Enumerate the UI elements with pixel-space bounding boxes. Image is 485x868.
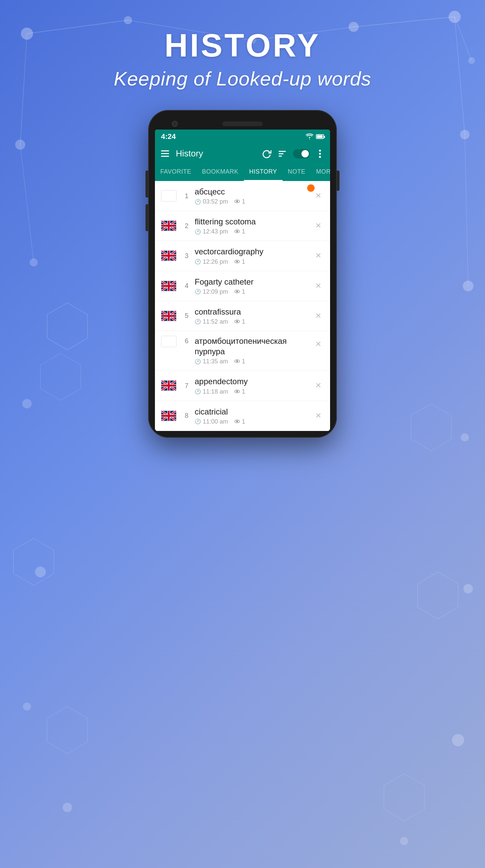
item-meta: 🕐 11:35 am 1 (195, 358, 313, 365)
item-time: 🕐 12:43 pm (195, 228, 228, 235)
eye-icon (234, 388, 240, 395)
svg-marker-31 (418, 572, 458, 619)
front-camera (172, 121, 178, 127)
item-content: appendectomy 🕐 11:18 am (195, 376, 313, 395)
tab-history[interactable]: HISTORY (244, 163, 283, 181)
item-time: 🕐 11:35 am (195, 358, 228, 365)
clock-icon: 🕐 (195, 319, 201, 325)
delete-button[interactable]: ✕ (313, 309, 324, 323)
clock-icon: 🕐 (195, 259, 201, 265)
list-item[interactable]: 1 абсцесс 🕐 03:52 pm (155, 181, 330, 211)
item-number: 4 (182, 282, 191, 290)
flag-russian (161, 336, 176, 347)
sort-button[interactable] (278, 149, 287, 158)
clock-icon: 🕐 (195, 199, 201, 205)
page-subtitle: Keeping of Looked-up words (114, 67, 371, 90)
item-word: appendectomy (195, 376, 313, 386)
item-meta: 🕐 12:09 pm 1 (195, 288, 313, 296)
status-bar: 4:24 (155, 129, 330, 144)
item-views: 1 (234, 418, 245, 425)
item-word: flittering scotoma (195, 216, 313, 227)
list-item[interactable]: 2 flittering scotoma 🕐 12:43 pm (155, 211, 330, 241)
tab-favorite[interactable]: FAVORITE (155, 163, 197, 181)
delete-button[interactable]: ✕ (313, 219, 324, 233)
tab-note[interactable]: NOTE (283, 163, 311, 181)
eye-icon (234, 358, 240, 365)
list-item[interactable]: 7 appendectomy 🕐 11:18 am (155, 371, 330, 401)
tab-bookmark[interactable]: BOOKMARK (197, 163, 244, 181)
item-number: 8 (182, 412, 191, 420)
svg-point-6 (15, 140, 25, 150)
svg-point-8 (30, 258, 38, 267)
item-meta: 🕐 11:52 am 1 (195, 318, 313, 326)
battery-icon (316, 134, 324, 139)
page-title: HISTORY (114, 27, 371, 64)
item-content: Fogarty catheter 🕐 12:09 pm (195, 277, 313, 296)
delete-button[interactable]: ✕ (313, 378, 324, 393)
delete-button[interactable]: ✕ (313, 337, 324, 351)
flag-uk (161, 380, 176, 391)
eye-icon (234, 198, 240, 205)
item-content: flittering scotoma 🕐 12:43 pm (195, 216, 313, 235)
toolbar-title: History (176, 148, 255, 159)
svg-point-7 (460, 130, 469, 139)
list-item[interactable]: 5 contrafissura 🕐 11:52 am (155, 301, 330, 331)
svg-point-58 (236, 391, 238, 392)
svg-point-13 (463, 584, 473, 593)
toggle-button[interactable] (293, 149, 310, 158)
item-number: 1 (182, 192, 191, 200)
item-word: абсцесс (195, 186, 313, 197)
clock-icon: 🕐 (195, 289, 201, 295)
item-word: vectorcardiography (195, 246, 313, 257)
more-options-button[interactable] (316, 149, 324, 158)
delete-button[interactable]: ✕ (313, 409, 324, 423)
clock-icon: 🕐 (195, 229, 201, 235)
header-section: HISTORY Keeping of Looked-up words (114, 27, 371, 90)
item-number: 2 (182, 222, 191, 230)
item-word: contrafissura (195, 307, 313, 317)
svg-line-24 (455, 17, 465, 134)
svg-point-15 (452, 734, 464, 746)
refresh-button[interactable] (262, 149, 272, 158)
item-time: 🕐 12:09 pm (195, 288, 228, 296)
svg-line-21 (354, 17, 455, 27)
svg-point-4 (449, 11, 461, 23)
svg-point-50 (236, 291, 238, 292)
item-word: атромбоцитопеническая пурпура (195, 336, 313, 356)
item-views: 1 (234, 228, 245, 235)
item-meta: 🕐 03:52 pm 1 (195, 198, 313, 205)
phone-speaker (222, 121, 263, 126)
list-item[interactable]: 8 cicatricial 🕐 11:00 am (155, 401, 330, 431)
item-meta: 🕐 12:43 pm 1 (195, 228, 313, 235)
flag-uk (161, 280, 176, 292)
list-item[interactable]: 6 атромбоцитопеническая пурпура 🕐 11:35 … (155, 331, 330, 371)
svg-marker-27 (47, 303, 88, 350)
eye-icon (234, 418, 240, 425)
svg-point-53 (236, 321, 238, 322)
power-button (337, 170, 340, 191)
clock-icon: 🕐 (195, 359, 201, 365)
item-views: 1 (234, 258, 245, 266)
flag-uk (161, 250, 176, 261)
svg-point-41 (236, 200, 238, 202)
svg-point-37 (319, 149, 321, 151)
svg-marker-29 (411, 404, 451, 451)
status-icons (306, 133, 324, 140)
svg-point-47 (236, 261, 238, 262)
item-time: 🕐 03:52 pm (195, 198, 228, 205)
list-item[interactable]: 3 vectorcardiography 🕐 12:26 pm (155, 241, 330, 271)
menu-button[interactable] (161, 150, 169, 157)
tab-more-apps[interactable]: MORE APPS (311, 163, 330, 181)
svg-point-5 (468, 57, 475, 64)
eye-icon (234, 288, 240, 296)
item-meta: 🕐 11:18 am 1 (195, 388, 313, 395)
delete-button[interactable]: ✕ (313, 189, 324, 203)
clock-icon: 🕐 (195, 418, 201, 425)
eye-icon (234, 318, 240, 326)
list-item[interactable]: 4 Fogarty catheter 🕐 12:09 pm (155, 271, 330, 301)
tabs-bar: FAVORITE BOOKMARK HISTORY NOTE MORE APPS (155, 163, 330, 181)
badge-new (307, 184, 315, 192)
delete-button[interactable]: ✕ (313, 279, 324, 293)
app-toolbar: History (155, 144, 330, 163)
delete-button[interactable]: ✕ (313, 249, 324, 263)
